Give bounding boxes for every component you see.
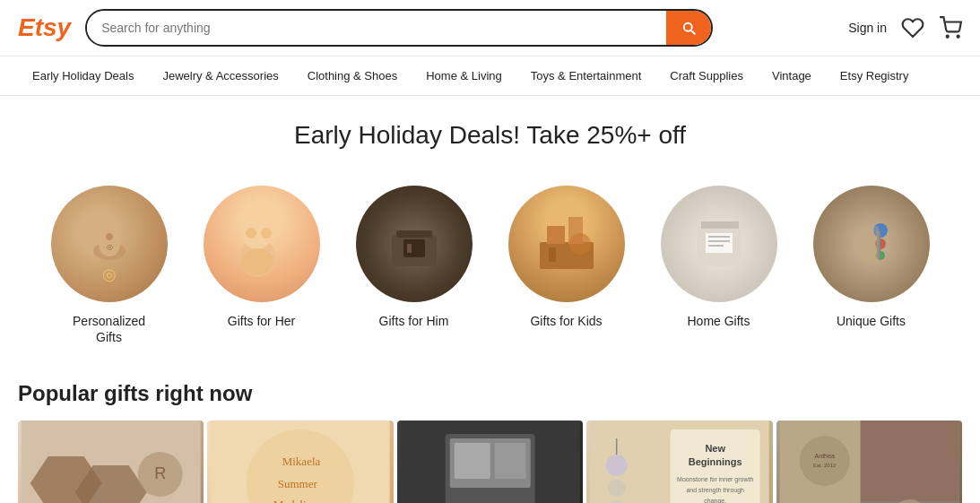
category-circle-him: [356, 186, 473, 302]
product-img-3: [397, 421, 583, 503]
search-icon: [681, 20, 697, 36]
category-circle-unique: [813, 186, 930, 302]
nav-item-craft[interactable]: Craft Supplies: [655, 56, 758, 95]
gifts-her-img: [226, 208, 298, 280]
nav-bar: Early Holiday Deals Jewelry & Accessorie…: [0, 56, 980, 96]
hero-banner: Early Holiday Deals! Take 25%+ off: [0, 96, 980, 168]
cart-icon[interactable]: [939, 16, 962, 39]
search-input[interactable]: [87, 12, 666, 44]
nav-item-registry[interactable]: Etsy Registry: [826, 56, 924, 95]
popular-section: Popular gifts right now R S Mikaela: [0, 372, 980, 503]
svg-point-1: [958, 36, 959, 38]
svg-rect-13: [403, 239, 425, 257]
gifts-kids-img: [531, 208, 603, 280]
svg-text:Summer: Summer: [278, 477, 318, 490]
category-circle-personalized: ◎: [51, 186, 168, 302]
svg-text:Madeline: Madeline: [273, 498, 317, 503]
svg-point-59: [608, 479, 626, 497]
nav-item-clothing[interactable]: Clothing & Shoes: [293, 56, 412, 95]
etsy-logo[interactable]: Etsy: [18, 13, 71, 42]
svg-marker-64: [860, 421, 958, 501]
svg-point-0: [947, 36, 949, 38]
svg-text:Beginnings: Beginnings: [689, 456, 742, 467]
svg-point-4: [106, 233, 113, 240]
svg-rect-14: [407, 244, 412, 253]
svg-rect-21: [701, 221, 739, 229]
svg-text:Mikaela: Mikaela: [282, 455, 321, 468]
product-card-1[interactable]: R S: [18, 421, 204, 503]
personalized-gifts-img: ◎: [82, 217, 136, 271]
svg-rect-46: [455, 443, 490, 479]
nav-item-jewelry[interactable]: Jewelry & Accessories: [148, 56, 292, 95]
svg-point-10: [241, 248, 273, 275]
category-label-her: Gifts for Her: [228, 313, 295, 329]
category-label-kids: Gifts for Kids: [530, 313, 602, 329]
svg-point-58: [606, 455, 628, 476]
product-card-2[interactable]: Mikaela Summer Madeline Clana: [207, 421, 393, 503]
hero-title: Early Holiday Deals! Take 25%+ off: [18, 121, 962, 150]
svg-point-67: [799, 436, 849, 486]
popular-title: Popular gifts right now: [18, 381, 962, 406]
product-img-4: New Beginnings Moonstone for inner growt…: [586, 421, 772, 503]
nav-item-early-holiday-deals[interactable]: Early Holiday Deals: [18, 56, 148, 95]
home-gifts-img: [683, 208, 755, 280]
category-home-gifts[interactable]: Home Gifts: [656, 186, 782, 345]
category-label-personalized: PersonalizedGifts: [73, 313, 145, 345]
favorites-icon[interactable]: [901, 16, 924, 39]
nav-item-home-living[interactable]: Home & Living: [412, 56, 516, 95]
product-img-5: Anthea Est. 2012 Steve & Kayla The Brown…: [776, 421, 962, 503]
product-card-3[interactable]: ▶: [397, 421, 583, 503]
svg-rect-47: [495, 443, 526, 479]
product-img-1: R S: [18, 421, 204, 503]
svg-text:and strength through: and strength through: [687, 487, 745, 494]
header: Etsy Sign in: [0, 0, 980, 56]
nav-item-vintage[interactable]: Vintage: [758, 56, 826, 95]
svg-text:Anthea: Anthea: [814, 453, 834, 459]
header-actions: Sign in: [848, 16, 962, 39]
svg-text:◎: ◎: [106, 243, 112, 251]
nav-item-toys[interactable]: Toys & Entertainment: [516, 56, 656, 95]
gifts-him-img: [378, 208, 450, 280]
svg-text:New: New: [706, 443, 726, 454]
categories-row: ◎ PersonalizedGifts Gifts for Her: [0, 168, 980, 372]
svg-text:Moonstone for inner growth: Moonstone for inner growth: [677, 476, 753, 483]
category-gifts-him[interactable]: Gifts for Him: [351, 186, 477, 345]
search-bar: [85, 9, 713, 47]
sign-in-link[interactable]: Sign in: [848, 21, 887, 35]
svg-point-8: [246, 228, 256, 238]
svg-text:Est. 2012: Est. 2012: [813, 463, 837, 468]
category-personalized-gifts[interactable]: ◎ PersonalizedGifts: [47, 186, 172, 345]
svg-text:R: R: [154, 464, 166, 482]
product-card-4[interactable]: New Beginnings Moonstone for inner growt…: [586, 421, 772, 503]
svg-rect-12: [396, 230, 432, 238]
svg-rect-16: [547, 226, 565, 244]
product-grid: R S Mikaela Summer Madeline Clana: [18, 421, 962, 503]
unique-gifts-img: [836, 208, 907, 280]
svg-rect-30: [863, 226, 879, 262]
category-gifts-kids[interactable]: Gifts for Kids: [504, 186, 629, 345]
product-img-2: Mikaela Summer Madeline Clana: [207, 421, 393, 503]
category-label-him: Gifts for Him: [379, 313, 449, 329]
search-button[interactable]: [666, 11, 711, 45]
category-circle-kids: [508, 186, 625, 302]
svg-point-9: [261, 228, 272, 238]
category-unique-gifts[interactable]: Unique Gifts: [809, 186, 934, 345]
product-card-5[interactable]: Anthea Est. 2012 Steve & Kayla The Brown…: [776, 421, 962, 503]
category-circle-home: [661, 186, 777, 302]
category-label-home: Home Gifts: [687, 313, 750, 329]
svg-point-18: [569, 233, 591, 255]
category-circle-her: [204, 186, 320, 302]
svg-rect-19: [549, 247, 556, 262]
category-label-unique: Unique Gifts: [837, 313, 906, 329]
svg-text:change.: change.: [704, 498, 726, 503]
category-gifts-her[interactable]: Gifts for Her: [199, 186, 325, 345]
